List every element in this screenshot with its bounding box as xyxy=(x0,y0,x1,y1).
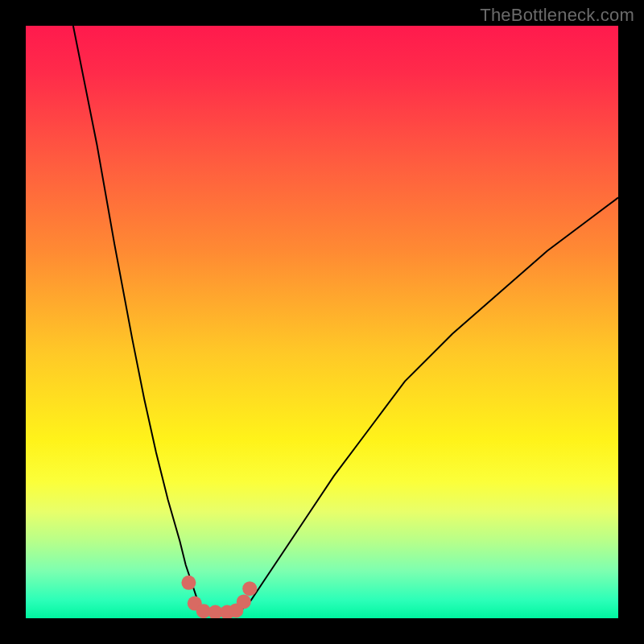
series-right-curve xyxy=(239,197,618,612)
plot-area xyxy=(26,26,618,618)
curve-overlay xyxy=(26,26,618,618)
curve-group xyxy=(73,26,618,613)
watermark-text: TheBottleneck.com xyxy=(480,5,634,26)
marker-dot-7 xyxy=(242,581,257,596)
marker-dot-0 xyxy=(181,576,196,590)
marker-group xyxy=(181,576,257,618)
marker-dot-6 xyxy=(237,594,251,609)
series-left-curve xyxy=(73,26,204,613)
chart-frame: TheBottleneck.com xyxy=(0,0,644,644)
